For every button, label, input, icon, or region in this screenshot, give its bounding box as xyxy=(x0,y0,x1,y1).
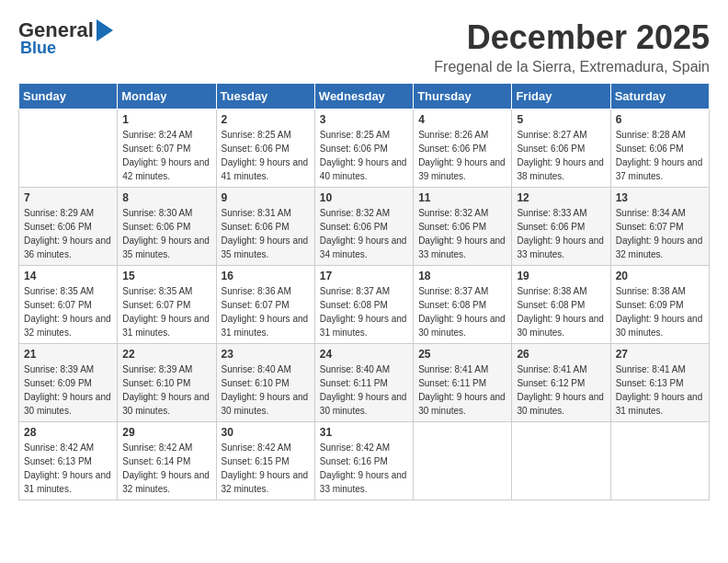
calendar-cell: 17Sunrise: 8:37 AMSunset: 6:08 PMDayligh… xyxy=(314,266,413,344)
day-number: 18 xyxy=(418,270,506,282)
calendar-cell: 14Sunrise: 8:35 AMSunset: 6:07 PMDayligh… xyxy=(19,266,118,344)
calendar-cell: 9Sunrise: 8:31 AMSunset: 6:06 PMDaylight… xyxy=(216,188,314,266)
month-year-title: December 2025 xyxy=(434,18,710,57)
day-number: 8 xyxy=(122,191,210,204)
calendar-cell: 18Sunrise: 8:37 AMSunset: 6:08 PMDayligh… xyxy=(414,266,512,344)
weekday-header-saturday: Saturday xyxy=(610,84,709,109)
calendar-cell: 1Sunrise: 8:24 AMSunset: 6:07 PMDaylight… xyxy=(118,109,216,188)
weekday-header-tuesday: Tuesday xyxy=(216,84,314,109)
calendar-cell: 2Sunrise: 8:25 AMSunset: 6:06 PMDaylight… xyxy=(216,109,314,188)
day-number: 11 xyxy=(418,191,506,204)
logo-arrow-icon xyxy=(97,19,113,41)
day-info: Sunrise: 8:42 AMSunset: 6:13 PMDaylight:… xyxy=(24,441,112,496)
day-info: Sunrise: 8:25 AMSunset: 6:06 PMDaylight:… xyxy=(320,128,408,183)
calendar-cell xyxy=(19,109,118,188)
weekday-header-row: SundayMondayTuesdayWednesdayThursdayFrid… xyxy=(19,84,710,109)
day-info: Sunrise: 8:42 AMSunset: 6:15 PMDaylight:… xyxy=(222,441,310,496)
day-number: 1 xyxy=(122,113,210,126)
day-info: Sunrise: 8:27 AMSunset: 6:06 PMDaylight:… xyxy=(517,128,605,183)
day-number: 26 xyxy=(517,348,605,361)
calendar-cell: 13Sunrise: 8:34 AMSunset: 6:07 PMDayligh… xyxy=(610,188,709,266)
calendar-cell: 11Sunrise: 8:32 AMSunset: 6:06 PMDayligh… xyxy=(414,188,512,266)
day-info: Sunrise: 8:34 AMSunset: 6:07 PMDaylight:… xyxy=(616,206,704,261)
calendar-cell: 19Sunrise: 8:38 AMSunset: 6:08 PMDayligh… xyxy=(512,266,610,344)
calendar-cell: 31Sunrise: 8:42 AMSunset: 6:16 PMDayligh… xyxy=(314,422,413,500)
calendar-cell: 15Sunrise: 8:35 AMSunset: 6:07 PMDayligh… xyxy=(118,266,216,344)
calendar-week-row: 14Sunrise: 8:35 AMSunset: 6:07 PMDayligh… xyxy=(19,266,710,344)
calendar-cell: 3Sunrise: 8:25 AMSunset: 6:06 PMDaylight… xyxy=(314,109,413,188)
day-number: 16 xyxy=(222,270,310,282)
day-number: 29 xyxy=(122,426,210,439)
day-info: Sunrise: 8:42 AMSunset: 6:14 PMDaylight:… xyxy=(122,441,210,496)
day-number: 15 xyxy=(122,270,210,282)
calendar-cell: 12Sunrise: 8:33 AMSunset: 6:06 PMDayligh… xyxy=(512,188,610,266)
logo: General Blue xyxy=(18,18,113,58)
calendar-cell: 21Sunrise: 8:39 AMSunset: 6:09 PMDayligh… xyxy=(19,344,118,422)
weekday-header-sunday: Sunday xyxy=(19,84,118,109)
calendar-cell: 29Sunrise: 8:42 AMSunset: 6:14 PMDayligh… xyxy=(118,422,216,500)
day-info: Sunrise: 8:32 AMSunset: 6:06 PMDaylight:… xyxy=(320,206,408,261)
calendar-cell: 25Sunrise: 8:41 AMSunset: 6:11 PMDayligh… xyxy=(414,344,512,422)
day-info: Sunrise: 8:42 AMSunset: 6:16 PMDaylight:… xyxy=(320,441,408,496)
day-number: 17 xyxy=(320,270,408,282)
day-number: 9 xyxy=(222,191,310,204)
day-info: Sunrise: 8:37 AMSunset: 6:08 PMDaylight:… xyxy=(320,284,408,339)
calendar-cell: 8Sunrise: 8:30 AMSunset: 6:06 PMDaylight… xyxy=(118,188,216,266)
day-info: Sunrise: 8:41 AMSunset: 6:11 PMDaylight:… xyxy=(418,362,506,418)
calendar-cell: 27Sunrise: 8:41 AMSunset: 6:13 PMDayligh… xyxy=(610,344,709,422)
calendar-week-row: 7Sunrise: 8:29 AMSunset: 6:06 PMDaylight… xyxy=(19,188,710,266)
day-number: 22 xyxy=(122,348,210,361)
weekday-header-friday: Friday xyxy=(512,84,610,109)
calendar-cell: 5Sunrise: 8:27 AMSunset: 6:06 PMDaylight… xyxy=(512,109,610,188)
logo-blue-text: Blue xyxy=(20,39,56,58)
day-number: 21 xyxy=(24,348,112,361)
calendar-cell xyxy=(610,422,709,500)
title-section: December 2025 Fregenal de la Sierra, Ext… xyxy=(434,18,710,75)
day-info: Sunrise: 8:40 AMSunset: 6:11 PMDaylight:… xyxy=(320,362,408,418)
day-number: 31 xyxy=(320,426,408,439)
calendar-cell xyxy=(414,422,512,500)
day-number: 2 xyxy=(222,113,310,126)
weekday-header-thursday: Thursday xyxy=(414,84,512,109)
day-info: Sunrise: 8:36 AMSunset: 6:07 PMDaylight:… xyxy=(222,284,310,339)
day-number: 4 xyxy=(418,113,506,126)
weekday-header-wednesday: Wednesday xyxy=(314,84,413,109)
calendar-cell: 28Sunrise: 8:42 AMSunset: 6:13 PMDayligh… xyxy=(19,422,118,500)
calendar-cell: 24Sunrise: 8:40 AMSunset: 6:11 PMDayligh… xyxy=(314,344,413,422)
calendar-cell: 23Sunrise: 8:40 AMSunset: 6:10 PMDayligh… xyxy=(216,344,314,422)
day-info: Sunrise: 8:35 AMSunset: 6:07 PMDaylight:… xyxy=(122,284,210,339)
calendar-cell: 22Sunrise: 8:39 AMSunset: 6:10 PMDayligh… xyxy=(118,344,216,422)
day-number: 24 xyxy=(320,348,408,361)
day-number: 5 xyxy=(517,113,605,126)
day-number: 6 xyxy=(616,113,704,126)
day-number: 14 xyxy=(24,270,112,282)
calendar-cell: 16Sunrise: 8:36 AMSunset: 6:07 PMDayligh… xyxy=(216,266,314,344)
day-info: Sunrise: 8:24 AMSunset: 6:07 PMDaylight:… xyxy=(122,128,210,183)
day-number: 7 xyxy=(24,191,112,204)
location-subtitle: Fregenal de la Sierra, Extremadura, Spai… xyxy=(434,59,710,75)
day-number: 12 xyxy=(517,191,605,204)
day-number: 23 xyxy=(222,348,310,361)
day-info: Sunrise: 8:30 AMSunset: 6:06 PMDaylight:… xyxy=(122,206,210,261)
day-info: Sunrise: 8:31 AMSunset: 6:06 PMDaylight:… xyxy=(222,206,310,261)
day-info: Sunrise: 8:41 AMSunset: 6:13 PMDaylight:… xyxy=(616,362,704,418)
day-info: Sunrise: 8:41 AMSunset: 6:12 PMDaylight:… xyxy=(517,362,605,418)
day-info: Sunrise: 8:37 AMSunset: 6:08 PMDaylight:… xyxy=(418,284,506,339)
calendar-week-row: 1Sunrise: 8:24 AMSunset: 6:07 PMDaylight… xyxy=(19,109,710,188)
calendar-cell xyxy=(512,422,610,500)
calendar-cell: 7Sunrise: 8:29 AMSunset: 6:06 PMDaylight… xyxy=(19,188,118,266)
day-number: 13 xyxy=(616,191,704,204)
day-info: Sunrise: 8:40 AMSunset: 6:10 PMDaylight:… xyxy=(222,362,310,418)
day-number: 20 xyxy=(616,270,704,282)
calendar-week-row: 21Sunrise: 8:39 AMSunset: 6:09 PMDayligh… xyxy=(19,344,710,422)
calendar-cell: 6Sunrise: 8:28 AMSunset: 6:06 PMDaylight… xyxy=(610,109,709,188)
day-info: Sunrise: 8:39 AMSunset: 6:09 PMDaylight:… xyxy=(24,362,112,418)
day-info: Sunrise: 8:35 AMSunset: 6:07 PMDaylight:… xyxy=(24,284,112,339)
day-number: 27 xyxy=(616,348,704,361)
calendar-cell: 30Sunrise: 8:42 AMSunset: 6:15 PMDayligh… xyxy=(216,422,314,500)
calendar-table: SundayMondayTuesdayWednesdayThursdayFrid… xyxy=(18,83,710,500)
calendar-cell: 20Sunrise: 8:38 AMSunset: 6:09 PMDayligh… xyxy=(610,266,709,344)
day-info: Sunrise: 8:38 AMSunset: 6:08 PMDaylight:… xyxy=(517,284,605,339)
day-number: 30 xyxy=(222,426,310,439)
day-number: 3 xyxy=(320,113,408,126)
